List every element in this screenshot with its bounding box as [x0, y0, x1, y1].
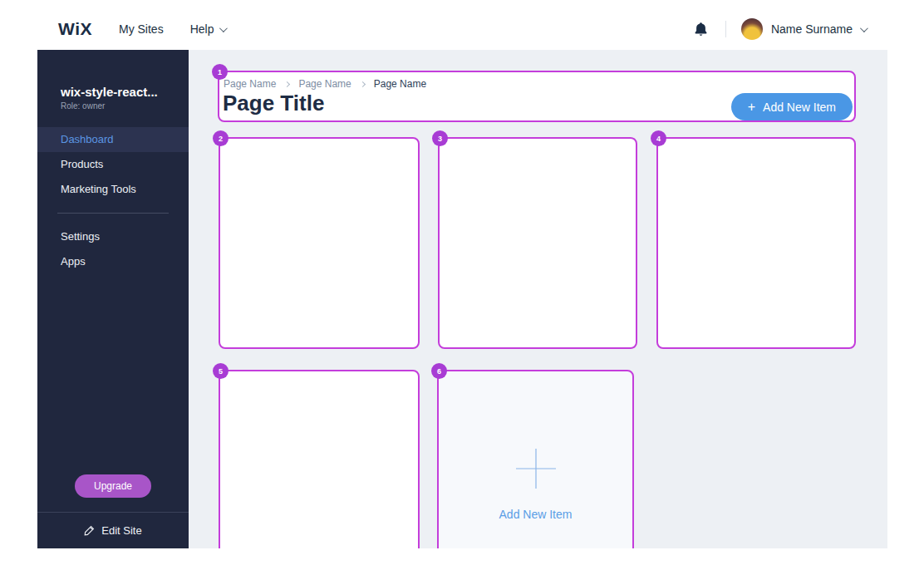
sidebar-item-apps[interactable]: Apps [37, 249, 189, 274]
wix-logo[interactable]: WiX [58, 19, 92, 39]
sidebar: wix-style-react... Role: owner Dashboard… [37, 50, 189, 548]
sidebar-nav: Dashboard Products Marketing Tools Setti… [37, 127, 189, 274]
page-title: Page Title [223, 91, 324, 116]
app-shell: wix-style-react... Role: owner Dashboard… [37, 50, 887, 548]
user-name[interactable]: Name Surname [771, 22, 853, 36]
main-content: 1 Page Name Page Name Page Name Page Tit… [189, 50, 887, 548]
add-new-item-card-label: Add New Item [499, 508, 573, 521]
plus-icon [515, 448, 557, 489]
annotated-region-page-header: 1 Page Name Page Name Page Name Page Tit… [218, 71, 856, 122]
chevron-right-icon [284, 81, 290, 86]
app-window: WiX My Sites Help Name Surname wix-style… [37, 8, 887, 548]
sidebar-item-products[interactable]: Products [37, 152, 189, 177]
annotated-region-card-3[interactable]: 3 [438, 137, 637, 349]
annotated-region-card-5[interactable]: 5 [219, 370, 420, 548]
add-new-item-card[interactable]: 6 Add New Item [437, 370, 634, 548]
chevron-right-icon [360, 81, 366, 86]
site-name: wix-style-react... [37, 85, 189, 99]
avatar[interactable] [741, 18, 763, 40]
site-role: Role: owner [37, 99, 189, 111]
header-divider [725, 21, 726, 37]
chevron-down-icon[interactable] [860, 24, 868, 32]
breadcrumb-item-1[interactable]: Page Name [224, 78, 276, 90]
annotation-badge-2: 2 [213, 130, 229, 146]
nav-my-sites[interactable]: My Sites [119, 22, 164, 36]
annotated-region-card-4[interactable]: 4 [656, 137, 856, 349]
chevron-down-icon [219, 24, 228, 32]
edit-site-label: Edit Site [101, 524, 141, 537]
sidebar-item-settings[interactable]: Settings [37, 224, 189, 249]
plus-icon: + [748, 101, 755, 114]
breadcrumb-item-2[interactable]: Page Name [298, 78, 351, 90]
notifications-button[interactable] [692, 19, 710, 39]
upgrade-button[interactable]: Upgrade [75, 474, 151, 498]
add-new-item-label: Add New Item [763, 101, 836, 114]
sidebar-item-dashboard[interactable]: Dashboard [37, 127, 189, 152]
bell-icon [694, 22, 708, 37]
header-right: Name Surname [692, 18, 866, 40]
breadcrumb-item-current: Page Name [374, 78, 426, 90]
annotation-badge-6: 6 [431, 363, 447, 379]
nav-my-sites-label: My Sites [119, 22, 164, 36]
edit-site-button[interactable]: Edit Site [37, 513, 189, 548]
annotation-badge-4: 4 [651, 130, 666, 146]
sidebar-divider [57, 213, 169, 214]
annotated-region-card-2[interactable]: 2 [219, 137, 420, 349]
nav-help[interactable]: Help [190, 22, 226, 36]
add-new-item-button[interactable]: + Add New Item [731, 93, 853, 120]
annotation-badge-1: 1 [212, 64, 228, 80]
pencil-icon [84, 525, 95, 536]
sidebar-item-marketing-tools[interactable]: Marketing Tools [37, 177, 189, 202]
annotation-badge-5: 5 [213, 363, 229, 379]
breadcrumb: Page Name Page Name Page Name [224, 78, 426, 90]
annotation-badge-3: 3 [432, 130, 448, 146]
sidebar-bottom: Upgrade Edit Site [37, 474, 189, 548]
top-header: WiX My Sites Help Name Surname [37, 8, 887, 50]
nav-help-label: Help [190, 22, 214, 36]
